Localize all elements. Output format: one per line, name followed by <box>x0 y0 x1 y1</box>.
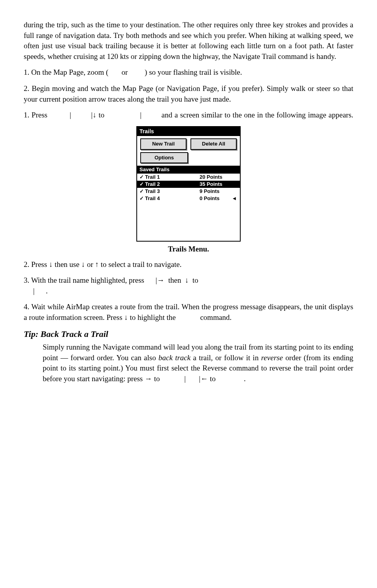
nav-step-2: 2. Press ↓ then use ↓ or ↑ to select a t… <box>24 259 353 270</box>
text: to select a trail to navigate. <box>99 260 181 268</box>
down-arrow-icon: ↓ <box>49 260 53 268</box>
text: to <box>152 374 160 383</box>
screenshot-figure: Trails New Trail Delete All Options Save… <box>24 126 353 242</box>
row-arrow-icon: ◄ <box>231 195 238 202</box>
text: and a screen similar to the one in the f… <box>162 111 353 119</box>
check-icon: ✓ <box>139 188 145 195</box>
tip-body: Simply running the Navigate command will… <box>43 342 353 384</box>
intro-paragraph: during the trip, such as the time to you… <box>24 20 353 62</box>
text: 2. Press <box>24 260 49 268</box>
window-title: Trails <box>137 127 240 136</box>
text: to <box>99 111 105 119</box>
text: ) so your flashing trail is visible. <box>145 68 242 76</box>
check-icon: ✓ <box>139 174 145 181</box>
options-button[interactable]: Options <box>140 152 188 163</box>
text: to <box>192 276 198 284</box>
text: to <box>208 374 216 383</box>
down-arrow-icon: ↓ <box>81 260 85 268</box>
visual-step-2: 2. Begin moving and watch the Map Page (… <box>24 83 353 104</box>
tip-heading: Tip: Back Track a Trail <box>24 328 353 340</box>
nav-step-1: 1. Press | |↓ to | and a screen similar … <box>24 110 353 121</box>
text: 1. On the Map Page, zoom ( <box>24 68 108 76</box>
trail-points: 9 Points <box>200 188 231 195</box>
emphasis: reverse <box>261 354 283 362</box>
text: then <box>168 276 181 284</box>
text: 3. With the trail name highlighted, pres… <box>24 276 144 284</box>
text: to highlight the <box>128 313 176 321</box>
trail-row[interactable]: ✓ Trail 4 0 Points ◄ <box>137 195 240 202</box>
left-arrow-icon: ← <box>200 374 208 383</box>
dot: . <box>46 287 48 295</box>
trail-name: Trail 3 <box>145 188 200 195</box>
text: 4. Wait while AirMap creates a route fro… <box>24 303 353 321</box>
delete-all-button[interactable]: Delete All <box>190 138 237 149</box>
nav-step-3: 3. With the trail name highlighted, pres… <box>24 275 353 296</box>
trail-points: 35 Points <box>200 181 231 188</box>
trail-list[interactable]: ✓ Trail 1 20 Points ✓ Trail 2 35 Points … <box>137 174 240 241</box>
right-arrow-icon: → <box>157 276 164 284</box>
trail-points: 20 Points <box>200 174 231 181</box>
up-arrow-icon: ↑ <box>95 260 99 268</box>
text: command. <box>200 313 232 321</box>
check-icon: ✓ <box>139 195 145 202</box>
pipe: | <box>33 287 35 295</box>
trail-row[interactable]: ✓ Trail 2 35 Points <box>137 181 240 188</box>
down-arrow-icon: ↓ <box>124 313 128 321</box>
text: 1. Press <box>24 111 47 119</box>
nav-step-4: 4. Wait while AirMap creates a route fro… <box>24 302 353 323</box>
trail-row[interactable]: ✓ Trail 1 20 Points <box>137 174 240 181</box>
trail-points: 0 Points <box>200 195 231 202</box>
text: or <box>121 68 128 76</box>
down-arrow-icon: ↓ <box>185 276 189 284</box>
down-arrow-icon: ↓ <box>92 111 96 119</box>
pipe: | <box>184 374 186 383</box>
text: or <box>85 260 95 268</box>
check-icon: ✓ <box>139 181 145 188</box>
trail-name: Trail 4 <box>145 195 200 202</box>
text: then use <box>53 260 81 268</box>
trail-name: Trail 1 <box>145 174 200 181</box>
figure-caption: Trails Menu. <box>24 244 353 255</box>
text: a trail, or follow it in <box>190 354 261 362</box>
emphasis: back track <box>158 354 190 362</box>
trails-window: Trails New Trail Delete All Options Save… <box>136 126 241 242</box>
visual-step-1: 1. On the Map Page, zoom ( or ) so your … <box>24 67 353 78</box>
pipe: | <box>140 111 141 119</box>
pipe: | <box>70 111 71 119</box>
saved-trails-header: Saved Trails <box>137 166 240 174</box>
trail-row[interactable]: ✓ Trail 3 9 Points <box>137 188 240 195</box>
dot: . <box>244 374 246 383</box>
trail-name: Trail 2 <box>145 181 200 188</box>
new-trail-button[interactable]: New Trail <box>140 138 187 149</box>
right-arrow-icon: → <box>145 374 152 383</box>
